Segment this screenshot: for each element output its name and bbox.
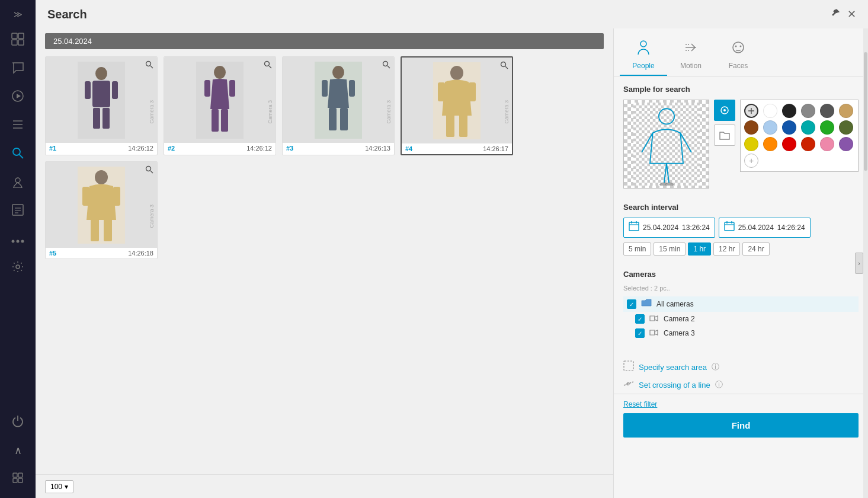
svg-rect-85 [629,222,639,231]
camera-cam2-icon [649,314,659,324]
bottom-actions: Reset filter Find [614,394,868,443]
svg-rect-46 [322,80,328,97]
folder-tool-button[interactable] [714,124,735,146]
sidebar-item-search[interactable] [5,141,31,167]
thumbnail-4[interactable]: #4 14:26:17 Camera 3 [401,56,513,155]
svg-rect-36 [212,109,219,132]
thumb-num-4: #4 [405,145,412,152]
cameras-selected-count: 2 pc.. [654,285,670,292]
svg-point-18 [21,240,24,242]
quick-btn-15min[interactable]: 15 min [654,242,686,256]
paint-tool-button[interactable] [714,100,735,121]
header-actions: ✕ [831,8,856,21]
color-swatch-whitegray[interactable] [744,104,758,118]
pin-icon[interactable] [831,8,840,20]
right-collapse-button[interactable]: › [855,253,863,274]
sidebar-item-chat[interactable] [5,56,31,82]
cameras-title: Cameras [623,270,859,279]
sidebar-expand-button[interactable]: ≫ [5,6,31,23]
tab-motion[interactable]: Motion [667,34,715,76]
color-swatch-black[interactable] [782,104,796,118]
color-swatch-pink[interactable] [820,137,834,151]
color-swatch-darkgreen[interactable] [839,120,853,135]
color-swatch-brown[interactable] [744,120,758,135]
set-crossing-row[interactable]: Set crossing of a line ⓘ [614,376,868,394]
thumbnail-1[interactable]: #1 14:26:12 Camera 3 [45,56,158,155]
svg-rect-73 [633,103,700,186]
color-swatch-white[interactable] [763,104,777,118]
color-swatch-lightblue[interactable] [763,120,777,135]
camera-item-all[interactable]: ✓ All cameras [623,296,859,312]
svg-rect-54 [438,82,445,101]
color-swatch-tan[interactable] [839,104,853,118]
thumbnail-5[interactable]: #5 14:26:18 Camera 3 [45,161,158,259]
start-datetime-box[interactable]: 25.04.2024 13:26:24 [623,218,715,238]
color-swatch-darkgray[interactable] [820,104,834,118]
sample-section-title: Sample for search [623,85,859,94]
thumb-camera-label-3: Camera 3 [386,88,392,124]
interval-row: 25.04.2024 13:26:24 25.04.2024 [623,218,859,238]
color-swatch-yellow[interactable] [744,137,758,151]
faces-tab-icon [730,39,747,59]
reset-filter-link[interactable]: Reset filter [623,400,859,408]
color-swatch-darkred[interactable] [801,137,815,151]
close-icon[interactable]: ✕ [847,8,856,21]
sidebar-item-settings[interactable] [5,255,31,281]
svg-rect-61 [104,219,112,241]
tab-faces[interactable]: Faces [715,34,762,76]
thumbnail-2[interactable]: #2 14:26:12 Camera 3 [164,56,276,155]
page-size-value: 100 [50,483,62,491]
color-palette: + [740,100,859,172]
sidebar-item-list[interactable] [5,113,31,139]
camera-cam3-icon [649,328,659,338]
color-swatch-gray[interactable] [801,104,815,118]
svg-rect-3 [18,40,24,45]
quick-btn-24hr[interactable]: 24 hr [742,242,769,256]
sidebar-item-playback[interactable] [5,84,31,110]
svg-rect-55 [469,82,476,101]
specify-search-area-row[interactable]: Specify search area ⓘ [614,358,868,376]
color-swatch-purple[interactable] [839,137,853,151]
camera-item-cam3[interactable]: ✓ Camera 3 [623,326,859,340]
crossing-info-icon[interactable]: ⓘ [715,379,723,390]
sidebar-item-location[interactable] [5,170,31,196]
color-swatch-green[interactable] [820,120,834,135]
thumbnail-3[interactable]: #3 14:26:13 Camera 3 [282,56,395,155]
color-swatch-orange[interactable] [763,137,777,151]
thumb-num-3: #3 [286,145,293,152]
sidebar-item-grid-bottom[interactable] [5,466,31,492]
camera-cam3-checkbox[interactable]: ✓ [635,328,645,338]
settings-icon [11,260,24,276]
page-size-select[interactable]: 100 ▾ [45,480,73,493]
quick-btn-5min[interactable]: 5 min [623,242,651,256]
camera-cam2-checkbox[interactable]: ✓ [635,314,645,324]
find-button[interactable]: Find [623,413,859,438]
end-datetime-box[interactable]: 25.04.2024 14:26:24 [719,218,811,238]
color-swatch-teal[interactable] [801,120,815,135]
grid-icon [12,473,23,486]
sidebar-item-collapse-arrow[interactable]: ∧ [5,438,31,464]
quick-btn-12hr[interactable]: 12 hr [713,242,740,256]
camera-item-cam2[interactable]: ✓ Camera 2 [623,312,859,326]
color-swatch-darkblue[interactable] [782,120,796,135]
faces-tab-label: Faces [729,62,748,70]
sample-area: + [623,100,859,189]
svg-rect-45 [340,108,348,130]
svg-point-59 [95,170,108,184]
scrollbar-track[interactable] [863,28,868,498]
color-swatch-red[interactable] [782,137,796,151]
specify-area-info-icon[interactable]: ⓘ [712,362,719,372]
sidebar-item-power[interactable] [5,409,31,435]
tab-people[interactable]: People [620,34,667,76]
color-swatch-add[interactable]: + [744,154,758,168]
quick-btn-1hr[interactable]: 1 hr [688,242,711,256]
thumb-image-5 [46,162,157,248]
camera-all-checkbox[interactable]: ✓ [627,299,636,309]
svg-rect-39 [229,80,235,97]
svg-rect-52 [446,114,454,137]
sidebar-item-layout[interactable] [5,27,31,53]
scrollbar-thumb[interactable] [864,52,867,171]
more-icon [11,234,24,246]
sidebar-item-reports[interactable] [5,198,31,224]
sidebar-item-more[interactable] [5,226,31,253]
